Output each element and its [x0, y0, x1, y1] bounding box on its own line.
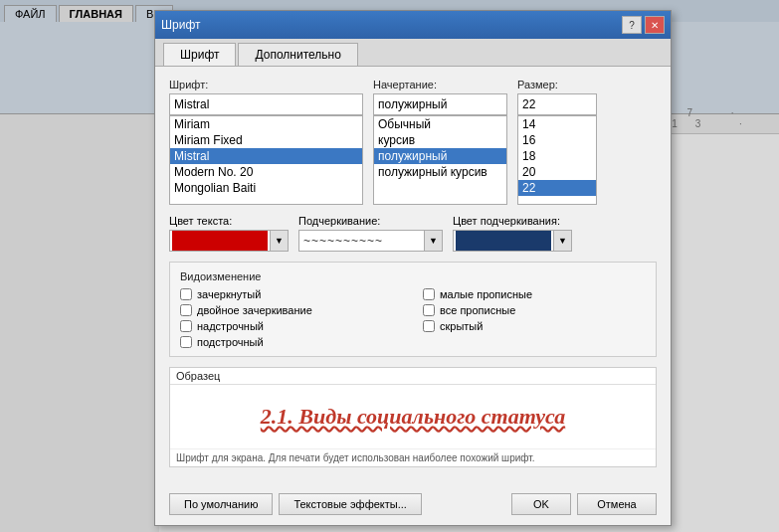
effect-subscript[interactable]: подстрочный — [180, 336, 403, 348]
tab-advanced[interactable]: Дополнительно — [238, 43, 357, 66]
style-column: Начертание: Обычный курсив полужирный по… — [373, 79, 507, 205]
dialog-body: Шрифт: Miriam Miriam Fixed Mistral Moder… — [155, 67, 671, 487]
underline-color-column: Цвет подчеркивания: ▼ — [453, 215, 572, 252]
size-column: Размер: 14 16 18 20 22 — [517, 79, 597, 205]
dialog-titlebar: Шрифт ? ✕ — [155, 11, 671, 39]
font-dialog: Шрифт ? ✕ Шрифт Дополнительно Шрифт: Mir… — [154, 10, 672, 526]
effect-small-caps[interactable]: малые прописные — [423, 288, 646, 300]
size-label: Размер: — [517, 79, 597, 90]
underline-color-arrow[interactable]: ▼ — [553, 231, 571, 251]
text-color-swatch — [172, 231, 268, 251]
style-item-bold[interactable]: полужирный — [374, 148, 506, 164]
underline-arrow[interactable]: ▼ — [424, 231, 442, 251]
preview-box: 2.1. Виды социального статуса — [170, 384, 656, 448]
effect-strikethrough[interactable]: зачеркнутый — [180, 288, 403, 300]
dialog-title-controls: ? ✕ — [622, 16, 665, 34]
size-item-16[interactable]: 16 — [518, 132, 596, 148]
text-effects-button[interactable]: Текстовые эффекты... — [279, 493, 422, 515]
cancel-button[interactable]: Отмена — [577, 493, 657, 515]
style-item-italic[interactable]: курсив — [374, 132, 506, 148]
default-button[interactable]: По умолчанию — [169, 493, 273, 515]
style-item-normal[interactable]: Обычный — [374, 116, 506, 132]
effect-double-strikethrough[interactable]: двойное зачеркивание — [180, 304, 403, 316]
font-column: Шрифт: Miriam Miriam Fixed Mistral Moder… — [169, 79, 363, 205]
text-color-label: Цвет текста: — [169, 215, 289, 227]
text-color-arrow[interactable]: ▼ — [270, 231, 288, 251]
preview-note: Шрифт для экрана. Для печати будет испол… — [170, 448, 656, 466]
font-list[interactable]: Miriam Miriam Fixed Mistral Modern No. 2… — [169, 115, 363, 205]
effect-all-caps[interactable]: все прописные — [423, 304, 646, 316]
tab-font[interactable]: Шрифт — [163, 43, 236, 66]
font-item-mistral[interactable]: Mistral — [170, 148, 362, 164]
underline-color-dropdown[interactable]: ▼ — [453, 230, 572, 252]
effect-superscript-checkbox[interactable] — [180, 320, 192, 332]
underline-color-swatch — [456, 231, 551, 251]
font-input[interactable] — [169, 93, 363, 115]
size-item-14[interactable]: 14 — [518, 116, 596, 132]
font-label: Шрифт: — [169, 79, 363, 90]
preview-text: 2.1. Виды социального статуса — [261, 404, 565, 430]
effect-subscript-checkbox[interactable] — [180, 336, 192, 348]
effect-all-caps-checkbox[interactable] — [423, 304, 435, 316]
underline-pattern: ~~~~~~~~~~ — [301, 231, 422, 251]
font-style-size-row: Шрифт: Miriam Miriam Fixed Mistral Moder… — [169, 79, 657, 205]
text-color-column: Цвет текста: ▼ — [169, 215, 289, 252]
size-item-18[interactable]: 18 — [518, 148, 596, 164]
underline-dropdown[interactable]: ~~~~~~~~~~ ▼ — [298, 230, 443, 252]
dialog-help-button[interactable]: ? — [622, 16, 642, 34]
underline-color-label: Цвет подчеркивания: — [453, 215, 572, 227]
style-input[interactable] — [373, 93, 507, 115]
effects-title: Видоизменение — [180, 270, 646, 282]
font-item-modern[interactable]: Modern No. 20 — [170, 164, 362, 180]
size-item-22[interactable]: 22 — [518, 180, 596, 196]
ok-button[interactable]: OK — [511, 493, 571, 515]
footer-right-buttons: OK Отмена — [511, 493, 657, 515]
underline-column: Подчеркивание: ~~~~~~~~~~ ▼ — [298, 215, 443, 252]
effect-small-caps-checkbox[interactable] — [423, 288, 435, 300]
size-item-20[interactable]: 20 — [518, 164, 596, 180]
style-label: Начертание: — [373, 79, 507, 90]
style-item-bold-italic[interactable]: полужирный курсив — [374, 164, 506, 180]
size-list[interactable]: 14 16 18 20 22 — [517, 115, 597, 205]
style-list[interactable]: Обычный курсив полужирный полужирный кур… — [373, 115, 507, 205]
dialog-tab-bar: Шрифт Дополнительно — [155, 39, 671, 67]
preview-label: Образец — [170, 368, 656, 384]
font-item-mongolian[interactable]: Mongolian Baiti — [170, 180, 362, 196]
effect-double-strikethrough-checkbox[interactable] — [180, 304, 192, 316]
font-item-miriam[interactable]: Miriam — [170, 116, 362, 132]
effect-hidden-checkbox[interactable] — [423, 320, 435, 332]
dialog-close-button[interactable]: ✕ — [645, 16, 665, 34]
font-item-miriam-fixed[interactable]: Miriam Fixed — [170, 132, 362, 148]
effects-grid: зачеркнутый малые прописные двойное заче… — [180, 288, 646, 348]
text-color-dropdown[interactable]: ▼ — [169, 230, 289, 252]
effects-section: Видоизменение зачеркнутый малые прописны… — [169, 262, 657, 357]
dialog-footer: По умолчанию Текстовые эффекты... OK Отм… — [155, 487, 671, 525]
underline-label: Подчеркивание: — [298, 215, 443, 227]
effect-superscript[interactable]: надстрочный — [180, 320, 403, 332]
effect-hidden[interactable]: скрытый — [423, 320, 646, 332]
size-input[interactable] — [517, 93, 597, 115]
footer-left-buttons: По умолчанию Текстовые эффекты... — [169, 493, 422, 515]
preview-section: Образец 2.1. Виды социального статуса Шр… — [169, 367, 657, 467]
color-underline-row: Цвет текста: ▼ Подчеркивание: ~~~~~~~~~~… — [169, 215, 657, 252]
effect-strikethrough-checkbox[interactable] — [180, 288, 192, 300]
dialog-title: Шрифт — [161, 18, 200, 32]
